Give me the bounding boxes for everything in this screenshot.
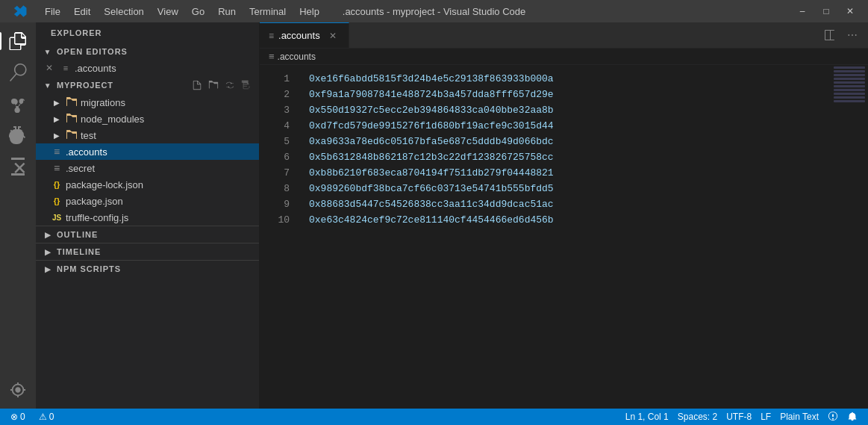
timeline-section: ▶ TIMELINE [36, 243, 259, 260]
status-language[interactable]: Plain Text [775, 409, 823, 425]
tree-item-migrations[interactable]: ▶ migrations [36, 94, 259, 111]
code-line-2: 0xf9a1a79087841e488724b3a457dda8fff657d2… [309, 87, 823, 102]
minimap-content [831, 65, 868, 104]
status-bar: ⊗ 0 ⚠ 0 Ln 1, Col 1 Spaces: 2 UTF-8 LF P… [0, 409, 868, 425]
tree-item-label-migrations: migrations [81, 97, 259, 108]
refresh-icon[interactable] [223, 78, 237, 92]
maximize-button[interactable]: □ [816, 4, 837, 19]
code-line-10: 0xe63c4824cef9c72ce811140cf4454466ed6d45… [309, 212, 823, 228]
activity-debug[interactable] [5, 122, 31, 148]
line-num-7: 7 [260, 165, 290, 181]
folder-icon-test [66, 129, 78, 141]
tab-bar-actions: ⋯ [814, 22, 868, 48]
project-actions [190, 78, 253, 92]
timeline-section-header[interactable]: ▶ TIMELINE [36, 243, 259, 260]
menu-selection[interactable]: Selection [98, 4, 149, 19]
vscode-logo [7, 0, 33, 24]
status-line-endings[interactable]: LF [756, 409, 775, 425]
npm-chevron: ▶ [42, 263, 54, 275]
new-file-icon[interactable] [190, 78, 204, 92]
minimize-button[interactable]: – [792, 4, 813, 19]
folder-chevron: ▶ [51, 96, 63, 108]
close-editor-icon[interactable]: ✕ [42, 61, 57, 75]
tree-item-accounts[interactable]: ≡ .accounts [36, 143, 259, 160]
line-num-8: 8 [260, 181, 290, 196]
open-editor-accounts[interactable]: ✕ ≡ .accounts [36, 60, 259, 76]
project-section-header[interactable]: ▼ MYPROJECT [36, 76, 259, 94]
folder-icon-migrations [66, 96, 78, 108]
tree-item-test[interactable]: ▶ test [36, 127, 259, 143]
tree-item-package-lock[interactable]: {} package-lock.json [36, 176, 259, 193]
close-button[interactable]: ✕ [840, 4, 861, 19]
folder-chevron-nm: ▶ [51, 113, 63, 125]
npm-section-header[interactable]: ▶ NPM SCRIPTS [36, 261, 259, 277]
activity-source-control[interactable] [5, 91, 31, 117]
window-title: .accounts - myproject - Visual Studio Co… [343, 6, 525, 17]
tree-item-label-test: test [81, 130, 259, 141]
project-label: MYPROJECT [57, 81, 113, 90]
tab-file-icon: ≡ [269, 31, 274, 41]
activity-search[interactable] [5, 60, 31, 85]
tree-item-secret[interactable]: ≡ .secret [36, 160, 259, 176]
status-left: ⊗ 0 ⚠ 0 [6, 409, 58, 425]
tree-item-package-json[interactable]: {} package.json [36, 193, 259, 209]
status-position[interactable]: Ln 1, Col 1 [621, 409, 673, 425]
json-file-icon-lock: {} [51, 179, 63, 190]
status-encoding[interactable]: UTF-8 [722, 409, 756, 425]
project-chevron: ▼ [42, 79, 54, 91]
tree-item-node-modules[interactable]: ▶ node_modules [36, 111, 259, 127]
svg-rect-0 [11, 158, 25, 160]
line-num-5: 5 [260, 134, 290, 149]
new-folder-icon[interactable] [207, 78, 220, 92]
activity-extensions[interactable] [5, 154, 31, 179]
menu-bar: File Edit Selection View Go Run Terminal… [39, 4, 325, 19]
code-line-3: 0x550d19327c5ecc2eb394864833ca040bbe32aa… [309, 102, 823, 118]
activity-settings[interactable] [5, 377, 31, 403]
outline-label: OUTLINE [57, 230, 98, 239]
split-editor-button[interactable] [820, 25, 840, 45]
menu-run[interactable]: Run [212, 4, 242, 19]
error-icon: ⊗ [10, 412, 18, 422]
more-actions-button[interactable]: ⋯ [843, 25, 862, 45]
status-warnings[interactable]: ⚠ 0 [34, 409, 59, 425]
status-notifications[interactable] [843, 409, 862, 425]
code-line-5: 0xa9633a78ed6c05167bfa5e687c5dddb49d066b… [309, 134, 823, 149]
line-num-10: 10 [260, 212, 290, 228]
collapse-all-icon[interactable] [240, 78, 253, 92]
tree-item-label-node-modules: node_modules [81, 114, 259, 125]
status-feedback[interactable] [823, 409, 843, 425]
status-spaces[interactable]: Spaces: 2 [673, 409, 722, 425]
menu-view[interactable]: View [152, 4, 184, 19]
activity-explorer[interactable] [5, 28, 31, 54]
warning-count: 0 [49, 412, 54, 422]
code-line-4: 0xd7fcd579de9915276f1d680bf19acfe9c3015d… [309, 118, 823, 134]
outline-section-header[interactable]: ▶ OUTLINE [36, 226, 259, 243]
menu-terminal[interactable]: Terminal [243, 4, 292, 19]
code-line-1: 0xe16f6abdd5815f3d24b4e5c29138f863933b00… [309, 71, 823, 87]
menu-file[interactable]: File [39, 4, 66, 19]
tree-item-truffle-config[interactable]: JS truffle-config.js [36, 209, 259, 226]
title-bar: File Edit Selection View Go Run Terminal… [0, 0, 868, 22]
encoding-text: UTF-8 [726, 412, 752, 422]
menu-go[interactable]: Go [186, 4, 210, 19]
code-area[interactable]: 0xe16f6abdd5815f3d24b4e5c29138f863933b00… [297, 65, 823, 409]
menu-help[interactable]: Help [293, 4, 325, 19]
status-errors[interactable]: ⊗ 0 [6, 409, 30, 425]
line-numbers: 1 2 3 4 5 6 7 8 9 10 [260, 65, 297, 409]
window-controls: – □ ✕ [792, 4, 861, 19]
open-editors-section-header[interactable]: ▼ OPEN EDITORS [36, 43, 259, 60]
line-num-1: 1 [260, 71, 290, 87]
line-num-2: 2 [260, 87, 290, 102]
editor-tab-accounts[interactable]: ≡ .accounts ✕ [260, 22, 349, 48]
code-line-6: 0x5b6312848b862187c12b3c22df123826725758… [309, 149, 823, 165]
open-editors-label: OPEN EDITORS [57, 47, 128, 56]
menu-edit[interactable]: Edit [68, 4, 96, 19]
feedback-icon [828, 411, 838, 424]
tab-close-button[interactable]: ✕ [326, 29, 340, 43]
accounts-file-icon-open: ≡ [60, 62, 72, 74]
sidebar-header: EXPLORER [36, 22, 259, 43]
timeline-chevron: ▶ [42, 246, 54, 258]
editor-content[interactable]: 1 2 3 4 5 6 7 8 9 10 0xe16f6abdd5815f3d2… [260, 65, 868, 409]
spaces-text: Spaces: 2 [678, 412, 717, 422]
outline-chevron: ▶ [42, 229, 54, 241]
